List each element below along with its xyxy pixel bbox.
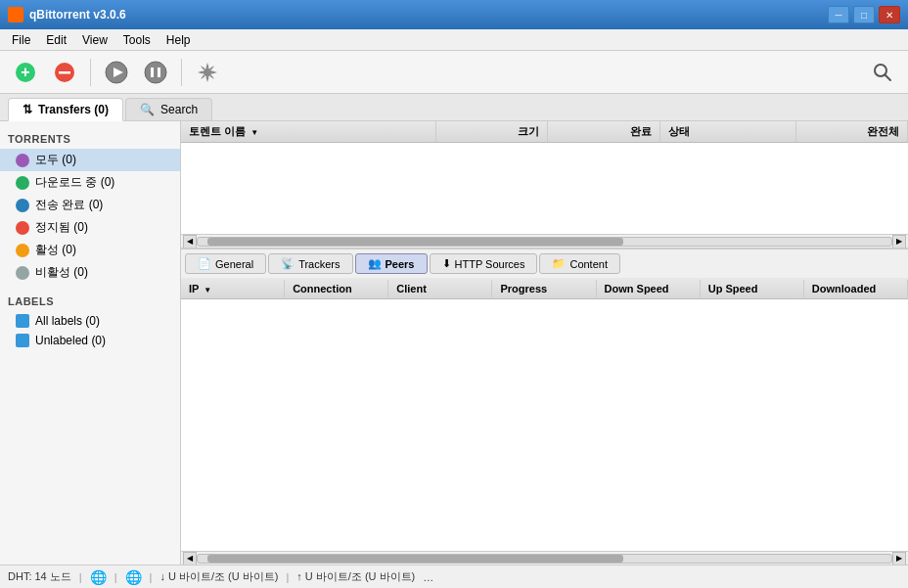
- search-tab-icon: 🔍: [140, 103, 155, 116]
- completed-dot-icon: [16, 199, 29, 212]
- bottom-tab-content[interactable]: 📁 Content: [539, 253, 620, 274]
- torrent-hscrollbar-thumb[interactable]: [207, 238, 623, 246]
- trackers-tab-icon: 📡: [281, 257, 295, 270]
- peers-scroll-left[interactable]: ◀: [183, 552, 197, 565]
- title-bar-controls: ─ □ ✕: [828, 6, 900, 23]
- menu-help[interactable]: Help: [159, 31, 199, 49]
- bottom-tab-general[interactable]: 📄 General: [185, 253, 266, 274]
- title-bar-left: qBittorrent v3.0.6: [8, 7, 126, 23]
- options-button[interactable]: ⚙: [190, 55, 225, 90]
- status-sep-3: |: [150, 571, 153, 583]
- sidebar-label-unlabeled: Unlabeled (0): [35, 334, 106, 347]
- sidebar-item-unlabeled[interactable]: Unlabeled (0): [0, 331, 180, 350]
- svg-text:+: +: [21, 64, 29, 80]
- sidebar-label-completed: 전송 완료 (0): [35, 197, 103, 213]
- torrent-scroll-left[interactable]: ◀: [183, 235, 197, 249]
- status-end: …: [423, 571, 433, 583]
- transfers-tab-icon: ⇅: [23, 103, 32, 116]
- all-dot-icon: [16, 154, 29, 167]
- bottom-tab-http[interactable]: ⬇ HTTP Sources: [430, 253, 538, 274]
- menu-file[interactable]: File: [4, 31, 38, 49]
- content-tab-icon: 📁: [552, 257, 566, 270]
- remove-torrent-button[interactable]: [47, 55, 82, 90]
- http-tab-label: HTTP Sources: [455, 258, 525, 270]
- trackers-tab-label: Trackers: [298, 258, 340, 270]
- close-button[interactable]: ✕: [879, 6, 900, 23]
- sidebar-label-downloading: 다운로드 중 (0): [35, 174, 114, 191]
- menu-bar: File Edit View Tools Help: [0, 29, 908, 51]
- torrent-hscrollbar[interactable]: [197, 237, 892, 247]
- th-size[interactable]: 크기: [436, 121, 548, 142]
- th-upspeed[interactable]: Up Speed: [701, 280, 804, 297]
- main-content: Torrents 모두 (0) 다운로드 중 (0) 전송 완료 (0) 정지됨…: [0, 121, 908, 565]
- status-sep-1: |: [79, 571, 82, 583]
- sidebar-label-inactive: 비활성 (0): [35, 264, 88, 281]
- sort-arrow-name: ▼: [250, 128, 258, 137]
- status-bar: DHT: 14 노드 | 🌐 | 🌐 | ↓ U 바이트/조 (U 바이트) |…: [0, 565, 908, 588]
- sidebar-item-downloading[interactable]: 다운로드 중 (0): [0, 171, 180, 194]
- main-tabs: ⇅ Transfers (0) 🔍 Search: [0, 94, 908, 121]
- peers-tab-label: Peers: [386, 258, 415, 270]
- th-ratio[interactable]: 완전체: [796, 121, 908, 142]
- peers-hscrollbar[interactable]: [197, 554, 892, 564]
- svg-point-6: [145, 62, 166, 83]
- sidebar-item-completed[interactable]: 전송 완료 (0): [0, 194, 180, 216]
- active-dot-icon: [16, 244, 29, 257]
- th-progress[interactable]: Progress: [492, 280, 596, 297]
- add-torrent-button[interactable]: +: [8, 55, 43, 90]
- svg-rect-3: [59, 71, 70, 74]
- tab-search[interactable]: 🔍 Search: [125, 98, 212, 120]
- th-done[interactable]: 완료: [548, 121, 659, 142]
- torrent-scroll-right[interactable]: ▶: [892, 235, 906, 249]
- torrent-table-body: [181, 143, 908, 234]
- svg-line-13: [885, 74, 891, 80]
- svg-rect-8: [158, 68, 160, 77]
- unlabeled-folder-icon: [16, 334, 29, 347]
- torrent-table-header: 토렌트 이름 ▼ 크기 완료 상태 완전체: [181, 121, 908, 143]
- general-tab-label: General: [215, 258, 253, 270]
- search-toolbar-button[interactable]: [865, 55, 900, 90]
- bottom-tab-trackers[interactable]: 📡 Trackers: [268, 253, 352, 274]
- svg-rect-7: [151, 68, 154, 77]
- th-status[interactable]: 상태: [660, 121, 796, 142]
- th-client[interactable]: Client: [388, 280, 492, 297]
- peers-hscrollbar-area: ◀ ▶: [181, 551, 908, 565]
- sidebar-item-all-labels[interactable]: All labels (0): [0, 311, 180, 331]
- minimize-button[interactable]: ─: [828, 6, 849, 23]
- th-connection[interactable]: Connection: [285, 280, 388, 297]
- pause-button[interactable]: [138, 55, 173, 90]
- table-area: 토렌트 이름 ▼ 크기 완료 상태 완전체 ◀: [181, 121, 908, 565]
- tab-transfers[interactable]: ⇅ Transfers (0): [8, 98, 123, 121]
- th-downloaded[interactable]: Downloaded: [804, 280, 908, 297]
- th-name[interactable]: 토렌트 이름 ▼: [181, 121, 436, 142]
- bottom-tabs: 📄 General 📡 Trackers 👥 Peers ⬇ HTTP Sour…: [181, 249, 908, 278]
- sidebar-item-inactive[interactable]: 비활성 (0): [0, 261, 180, 284]
- downloading-dot-icon: [16, 176, 29, 190]
- all-labels-folder-icon: [16, 314, 29, 328]
- app-icon: [8, 7, 23, 23]
- dht-status: DHT: 14 노드: [8, 569, 71, 584]
- sidebar-item-all[interactable]: 모두 (0): [0, 149, 180, 171]
- toolbar-separator-1: [90, 59, 91, 86]
- peers-scroll-right[interactable]: ▶: [892, 552, 906, 565]
- status-dht-icon: 🌐: [125, 569, 142, 585]
- sidebar-label-all: 모두 (0): [35, 152, 76, 168]
- download-status: ↓ U 바이트/조 (U 바이트): [159, 569, 278, 584]
- menu-tools[interactable]: Tools: [115, 31, 159, 49]
- maximize-button[interactable]: □: [853, 6, 875, 23]
- th-downspeed[interactable]: Down Speed: [597, 280, 701, 297]
- search-tab-label: Search: [160, 103, 198, 116]
- bottom-tab-peers[interactable]: 👥 Peers: [355, 253, 428, 274]
- peers-hscrollbar-thumb[interactable]: [207, 555, 623, 563]
- sidebar-item-paused[interactable]: 정지됨 (0): [0, 216, 180, 239]
- title-bar: qBittorrent v3.0.6 ─ □ ✕: [0, 0, 908, 29]
- th-ip[interactable]: IP ▼: [181, 280, 285, 297]
- inactive-dot-icon: [16, 266, 29, 280]
- torrents-section-header: Torrents: [0, 129, 180, 149]
- sidebar-item-active[interactable]: 활성 (0): [0, 239, 180, 261]
- toolbar-separator-2: [181, 59, 182, 86]
- menu-edit[interactable]: Edit: [38, 31, 74, 49]
- content-tab-label: Content: [569, 258, 608, 270]
- resume-button[interactable]: [99, 55, 134, 90]
- menu-view[interactable]: View: [74, 31, 115, 49]
